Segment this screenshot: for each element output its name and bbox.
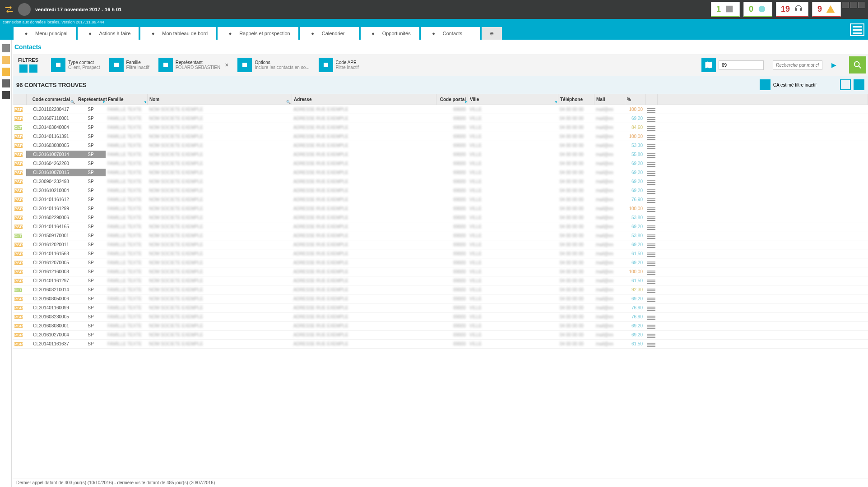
table-row[interactable]: PSPCL201401161568SPFAMILLE TEXTENOM SOCI… [13,249,868,258]
view-card-icon[interactable] [840,79,851,90]
filter-1[interactable]: FamilleFiltre inactif [109,58,149,72]
tab-2[interactable]: ●Mon tableau de bord [140,27,216,40]
col-ville[interactable]: Ville▾ [468,94,558,105]
filter-2[interactable]: ReprésentantFOLARD SEBASTIEN× [158,58,229,72]
close-button[interactable] [858,2,865,8]
table-row[interactable]: PSPCL201610070015SPFAMILLE TEXTENOM SOCI… [13,168,868,177]
table-row[interactable]: PSPCL201612160008SPFAMILLE TEXTENOM SOCI… [13,267,868,276]
table-row[interactable]: PSPCL201401164165SPFAMILLE TEXTENOM SOCI… [13,222,868,231]
table-row[interactable]: PSPCL201607110001SPFAMILLE TEXTENOM SOCI… [13,114,868,123]
table-row[interactable]: PSPCL201401161637SPFAMILLE TEXTENOM SOCI… [13,340,868,349]
row-menu-icon[interactable] [647,342,655,348]
search-button[interactable] [849,56,866,74]
table-row[interactable]: PSPCL200904232498SPFAMILLE TEXTENOM SOCI… [13,177,868,186]
filter-3[interactable]: OptionsInclure les contacts en so... [237,58,309,72]
table-row[interactable]: PSPCL201603080005SPFAMILLE TEXTENOM SOCI… [13,141,868,150]
table-row[interactable]: CLTCL201603210014SPFAMILLE TEXTENOM SOCI… [13,285,868,294]
table-row[interactable]: PSPCL201603030001SPFAMILLE TEXTENOM SOCI… [13,322,868,331]
table-row[interactable]: CLTCL201403040004SPFAMILLE TEXTENOM SOCI… [13,123,868,132]
row-pct: 84,60 [625,124,645,131]
filter-input-code[interactable] [719,60,764,70]
table-row[interactable]: PSPCL201610270004SPFAMILLE TEXTENOM SOCI… [13,331,868,340]
row-pct: 69,20 [625,115,645,122]
view-list-icon[interactable] [854,79,864,90]
table-row[interactable]: PSPCL201608050006SPFAMILLE TEXTENOM SOCI… [13,294,868,303]
col-rep[interactable]: Représentant▾ [76,94,106,105]
filter-mini-1[interactable] [19,64,28,73]
home-icon: ● [22,29,31,38]
row-tag: PSP [14,243,23,247]
table-row[interactable]: PSPCL201401161391SPFAMILLE TEXTENOM SOCI… [13,132,868,141]
row-code: CL201612160008 [26,268,76,276]
filter-0[interactable]: Type contactClient, Prospect [51,58,100,72]
filter-4[interactable]: Code APEFiltre inactif [319,58,359,72]
filter-arrow-icon[interactable]: ▶ [831,61,836,69]
stat-chat[interactable]: 0 [743,2,772,17]
col-code[interactable]: Code commercial🔍 [27,94,76,105]
table-row[interactable]: CLTCL201509170001SPFAMILLE TEXTENOM SOCI… [13,231,868,240]
col-adr[interactable]: Adresse [292,94,436,105]
maximize-button[interactable] [850,2,857,8]
gear-icon[interactable] [760,79,771,90]
tab-0[interactable]: ●Menu principal [14,27,76,40]
row-pct: 100,00 [625,205,645,212]
col-nom[interactable]: Nom🔍 [148,94,292,105]
col-pct[interactable]: % [625,94,646,105]
table-row[interactable]: PSPCL201603230005SPFAMILLE TEXTENOM SOCI… [13,312,868,322]
tab-5[interactable]: ●Opportunités [361,27,419,40]
table-row[interactable]: PSPCL201401161612SPFAMILLE TEXTENOM SOCI… [13,195,868,204]
tab-1[interactable]: ●Actions à faire [78,27,139,40]
row-pct: 69,20 [625,259,645,266]
row-pct: 100,00 [625,133,645,140]
table-row[interactable]: PSPCL201602290006SPFAMILLE TEXTENOM SOCI… [13,213,868,222]
row-tag: CLT [14,288,22,292]
stat-warn[interactable]: 9 [812,2,841,17]
tab-add[interactable]: ⊕ [482,27,502,40]
col-cp[interactable]: Code postal▾ [436,94,468,105]
dock-icon-2[interactable] [2,56,10,64]
tab-3[interactable]: ●Rappels et prospection [218,27,298,40]
table-row[interactable]: PSPCL201102280417SPFAMILLE TEXTENOM SOCI… [13,105,868,114]
table-row[interactable]: PSPCL201604262260SPFAMILLE TEXTENOM SOCI… [13,159,868,168]
minimize-button[interactable] [842,2,849,8]
left-dock [0,40,12,487]
user-avatar[interactable] [18,3,31,16]
dock-icon-4[interactable] [2,79,10,87]
table-row[interactable]: PSPCL201610070014SPFAMILLE TEXTENOM SOCI… [13,150,868,159]
table-row[interactable]: PSPCL201612020011SPFAMILLE TEXTENOM SOCI… [13,240,868,249]
dock-icon-3[interactable] [2,68,10,76]
row-rep: SP [76,187,106,194]
col-fam[interactable]: Famille▾ [106,94,148,105]
row-rep: SP [76,160,106,167]
row-tag: PSP [14,179,23,184]
table-row[interactable]: PSPCL201610210004SPFAMILLE TEXTENOM SOCI… [13,186,868,195]
row-pct: 100,00 [625,106,645,113]
hamburger-menu[interactable] [850,23,864,36]
row-tag: PSP [14,152,23,157]
col-mail[interactable]: Mail [594,94,625,105]
header-stats: 10199 [711,2,841,17]
table-row[interactable]: PSPCL201401161297SPFAMILLE TEXTENOM SOCI… [13,276,868,285]
map-icon[interactable] [701,58,716,72]
row-code: CL201610070015 [26,169,76,176]
row-rep: SP [76,331,106,339]
dock-icon-1[interactable] [2,44,10,52]
table-row[interactable]: PSPCL201401161299SPFAMILLE TEXTENOM SOCI… [13,204,868,213]
tab-4[interactable]: ●Calendrier [300,27,359,40]
table-body[interactable]: PSPCL201102280417SPFAMILLE TEXTENOM SOCI… [13,105,868,358]
row-code: CL201401161637 [26,340,76,348]
result-count-bar: 96 CONTACTS TROUVES CA estimé filtre ina… [13,76,868,94]
stat-news[interactable]: 1 [711,2,740,17]
table-row[interactable]: PSPCL201401160099SPFAMILLE TEXTENOM SOCI… [13,303,868,312]
dock-icon-5[interactable] [2,91,10,99]
tab-6[interactable]: ●Contacts [421,27,480,40]
row-code: CL201401161568 [26,250,76,257]
col-tel[interactable]: Téléphone [558,94,594,105]
row-tag: PSP [14,198,23,202]
page-title: Contacts [13,40,868,54]
filter-close-2[interactable]: × [225,61,228,69]
stat-headset[interactable]: 19 [776,2,808,17]
table-row[interactable]: PSPCL201612070005SPFAMILLE TEXTENOM SOCI… [13,258,868,267]
search-input[interactable] [773,60,822,70]
filter-mini-2[interactable] [29,64,37,73]
